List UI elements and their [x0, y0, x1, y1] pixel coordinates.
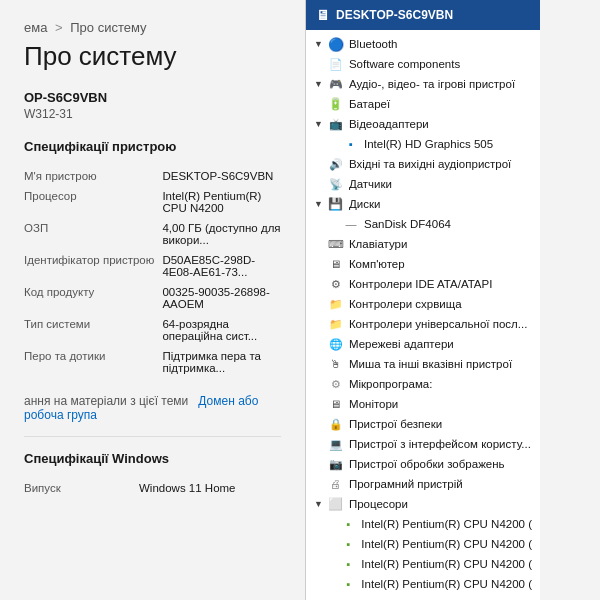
expand-icon: ▼	[314, 199, 323, 209]
tree-item[interactable]: ▼ 🔒 Пристрої безпеки	[306, 414, 540, 434]
tree-item-label: Intel(R) Pentium(R) CPU N4200 (	[361, 518, 532, 530]
tree-item-label: Пристрої обробки зображень	[349, 458, 505, 470]
expand-icon: ▼	[314, 239, 323, 249]
expand-icon: ▼	[314, 179, 323, 189]
right-panel: 🖥 DESKTOP-S6C9VBN ▼ 🔵 Bluetooth ▼ 📄 Soft…	[305, 0, 540, 600]
spec-value: 4,00 ГБ (доступно для викори...	[162, 218, 281, 250]
tree-item[interactable]: ▼ ⌨ Клавіатури	[306, 234, 540, 254]
tree-item-icon: 📡	[328, 176, 344, 192]
expand-icon: ▼	[314, 379, 323, 389]
tree-item[interactable]: ▼ 🎮 Аудіо-, відео- та ігрові пристрої	[306, 74, 540, 94]
tree-item-label: SanDisk DF4064	[364, 218, 451, 230]
tree-item-label: Програмний пристрій	[349, 478, 463, 490]
tree-item[interactable]: ▼ 📁 Контролери схрвища	[306, 294, 540, 314]
tree-item-label: Датчики	[349, 178, 392, 190]
left-panel: ема > Про систему Про систему OP-S6C9VBN…	[0, 0, 305, 600]
breadcrumb: ема > Про систему	[24, 20, 281, 35]
spec-row: Код продукту00325-90035-26898-AAOEM	[24, 282, 281, 314]
breadcrumb-parent: ема	[24, 20, 47, 35]
page-title: Про систему	[24, 41, 281, 72]
tree-item[interactable]: ▼ 💾 Диски	[306, 194, 540, 214]
tree-item-icon: ⚙	[328, 376, 344, 392]
tree-item[interactable]: ▼ 📁 Контролери універсальної посл...	[306, 314, 540, 334]
tree-item-label: Контролери IDE ATA/ATAPI	[349, 278, 492, 290]
spec-value: D50AE85C-298D-4E08-AE61-73...	[162, 250, 281, 282]
tree-item-label: Мікропрограма:	[349, 378, 432, 390]
tree-item[interactable]: ▼ 🖥 Комп'ютер	[306, 254, 540, 274]
tree-item[interactable]: ▼ 📡 Датчики	[306, 174, 540, 194]
tree-item[interactable]: ▪ Intel(R) Pentium(R) CPU N4200 (	[306, 574, 540, 594]
win-spec-label: Випуск	[24, 478, 139, 498]
tree-item[interactable]: ▼ 📄 Software components	[306, 54, 540, 74]
expand-icon: ▼	[314, 399, 323, 409]
expand-icon: ▼	[314, 339, 323, 349]
tree-item[interactable]: ▼ 🌐 Мережеві адаптери	[306, 334, 540, 354]
expand-icon: ▼	[314, 419, 323, 429]
divider	[24, 436, 281, 437]
tree-item[interactable]: ▼ ⚙ Мікропрограма:	[306, 374, 540, 394]
tree-item-icon: ▪	[343, 136, 359, 152]
device-tree-list: ▼ 🔵 Bluetooth ▼ 📄 Software components ▼ …	[306, 30, 540, 596]
tree-item-icon: ▪	[340, 516, 356, 532]
tree-item-icon: —	[343, 216, 359, 232]
tree-item-label: Відеоадаптери	[349, 118, 429, 130]
spec-label: Перо та дотики	[24, 346, 162, 378]
tree-item-icon: ▪	[340, 576, 356, 592]
tree-item-icon: 🖨	[328, 476, 344, 492]
expand-icon: ▼	[314, 499, 323, 509]
tree-item[interactable]: ▼ ⬜ Процесори	[306, 494, 540, 514]
spec-label: Ідентифікатор пристрою	[24, 250, 162, 282]
expand-icon: ▼	[314, 79, 323, 89]
expand-icon: ▼	[314, 319, 323, 329]
tree-item-label: Intel(R) Pentium(R) CPU N4200 (	[361, 558, 532, 570]
tree-item[interactable]: ▪ Intel(R) Pentium(R) CPU N4200 (	[306, 514, 540, 534]
tree-item[interactable]: ▪ Intel(R) HD Graphics 505	[306, 134, 540, 154]
spec-label: Процесор	[24, 186, 162, 218]
tree-item[interactable]: ▼ ⚙ Контролери IDE ATA/ATAPI	[306, 274, 540, 294]
tree-item-label: Аудіо-, відео- та ігрові пристрої	[349, 78, 515, 90]
tree-item-icon: 📄	[328, 56, 344, 72]
spec-value: DESKTOP-S6C9VBN	[162, 166, 281, 186]
tree-item-label: Intel(R) HD Graphics 505	[364, 138, 493, 150]
tree-item-label: Миша та інші вказівні пристрої	[349, 358, 512, 370]
expand-icon: ▼	[314, 259, 323, 269]
expand-icon: ▼	[314, 459, 323, 469]
tree-item[interactable]: ▼ 🖨 Програмний пристрій	[306, 474, 540, 494]
expand-icon: ▼	[314, 279, 323, 289]
spec-row: Перо та дотикиПідтримка пера та підтримк…	[24, 346, 281, 378]
tree-item[interactable]: ▼ 📺 Відеоадаптери	[306, 114, 540, 134]
spec-label: Тип системи	[24, 314, 162, 346]
tree-item[interactable]: ▼ 🖱 Миша та інші вказівні пристрої	[306, 354, 540, 374]
tree-item-icon: 🔒	[328, 416, 344, 432]
tree-item-label: Пристрої безпеки	[349, 418, 442, 430]
tree-item-label: Клавіатури	[349, 238, 407, 250]
expand-icon: ▼	[314, 159, 323, 169]
expand-icon: ▼	[314, 479, 323, 489]
win-spec-row: ВипускWindows 11 Home	[24, 478, 281, 498]
spec-value: 00325-90035-26898-AAOEM	[162, 282, 281, 314]
tree-item[interactable]: ▪ Intel(R) Pentium(R) CPU N4200 (	[306, 534, 540, 554]
tree-item-label: Вхідні та вихідні аудіопристрої	[349, 158, 511, 170]
tree-item[interactable]: ▼ 🔋 Батареї	[306, 94, 540, 114]
tree-item[interactable]: ▪ Intel(R) Pentium(R) CPU N4200 (	[306, 554, 540, 574]
tree-item-icon: 📺	[328, 116, 344, 132]
tree-item-label: Процесори	[349, 498, 408, 510]
tree-item[interactable]: ▼ ⚙ Системні пристрої	[306, 594, 540, 596]
tree-item[interactable]: ▼ 🔊 Вхідні та вихідні аудіопристрої	[306, 154, 540, 174]
expand-icon: ▼	[314, 39, 323, 49]
tree-item[interactable]: ▼ 💻 Пристрої з інтерфейсом користу...	[306, 434, 540, 454]
tree-item[interactable]: ▼ 📷 Пристрої обробки зображень	[306, 454, 540, 474]
tree-item-label: Комп'ютер	[349, 258, 405, 270]
tree-item-icon: 💾	[328, 196, 344, 212]
tree-item-icon: 🖱	[328, 356, 344, 372]
tree-item[interactable]: ▼ 🔵 Bluetooth	[306, 34, 540, 54]
spec-label: ОЗП	[24, 218, 162, 250]
tree-item-icon: 🌐	[328, 336, 344, 352]
win-spec-value: Windows 11 Home	[139, 478, 281, 498]
tree-item-icon: 🎮	[328, 76, 344, 92]
tree-item[interactable]: — SanDisk DF4064	[306, 214, 540, 234]
spec-value: Intel(R) Pentium(R) CPU N4200	[162, 186, 281, 218]
tree-item[interactable]: ▼ 🖥 Монітори	[306, 394, 540, 414]
tree-item-icon: 📁	[328, 296, 344, 312]
device-specs-table: М'я пристроюDESKTOP-S6C9VBNПроцесорIntel…	[24, 166, 281, 378]
